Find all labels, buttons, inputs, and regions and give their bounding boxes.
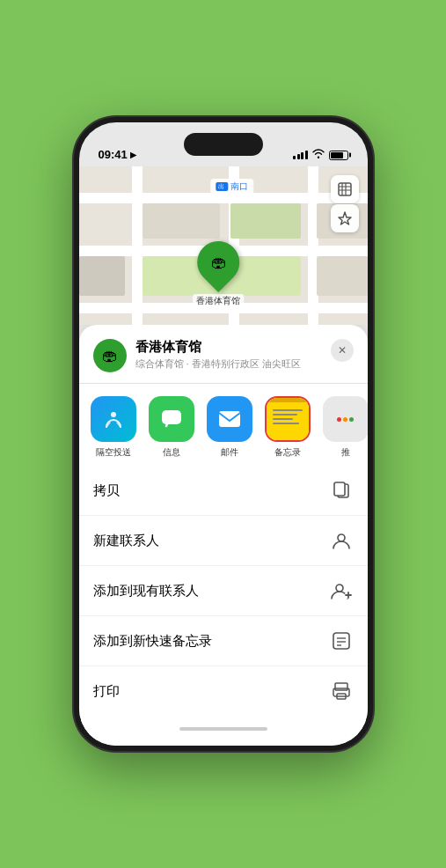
share-item-messages[interactable]: 信息: [146, 396, 197, 459]
share-item-mail[interactable]: 邮件: [204, 396, 255, 459]
svg-rect-7: [219, 411, 240, 427]
signal-bar-3: [301, 152, 303, 159]
map-label-text: 南口: [230, 180, 248, 193]
place-header: 🏟 香港体育馆 综合体育馆 · 香港特别行政区 油尖旺区 ✕: [79, 325, 368, 384]
mail-icon: [207, 396, 252, 442]
new-contact-icon: [329, 528, 354, 553]
action-add-to-contact[interactable]: 添加到现有联系人: [79, 566, 368, 616]
battery-fill: [331, 152, 343, 158]
nav-arrow-icon: ▶: [130, 151, 136, 159]
svg-point-11: [336, 585, 343, 592]
battery-icon: [329, 151, 348, 160]
add-notes-icon: [329, 629, 354, 653]
phone-screen: 09:41 ▶: [79, 122, 368, 746]
map-location-button[interactable]: [331, 204, 359, 232]
svg-rect-0: [339, 183, 351, 195]
marker-inner-icon: 🏟: [210, 254, 226, 272]
signal-bar-2: [297, 154, 300, 159]
marker-pin: 🏟: [188, 232, 248, 292]
phone-frame: 09:41 ▶: [74, 117, 373, 751]
share-item-more[interactable]: 推: [320, 396, 368, 459]
status-time: 09:41 ▶: [99, 148, 136, 161]
place-name: 香港体育馆: [135, 339, 322, 356]
close-button[interactable]: ✕: [331, 339, 354, 362]
airdrop-icon: [91, 396, 136, 442]
svg-point-5: [111, 412, 116, 417]
messages-label: 信息: [163, 446, 180, 459]
print-label: 打印: [93, 683, 120, 700]
share-item-notes[interactable]: 备忘录: [262, 396, 313, 459]
svg-rect-9: [334, 482, 345, 496]
map-label: 出 南口: [210, 179, 253, 195]
more-icon: [323, 396, 368, 442]
new-contact-label: 新建联系人: [93, 533, 159, 549]
road: [132, 166, 143, 325]
time-display: 09:41: [99, 148, 128, 161]
home-bar: [179, 727, 267, 731]
print-icon: [329, 679, 354, 703]
map-block: [317, 256, 368, 296]
home-indicator: [79, 719, 368, 739]
place-info: 香港体育馆 综合体育馆 · 香港特别行政区 油尖旺区: [135, 339, 322, 371]
close-icon: ✕: [338, 344, 347, 357]
map-area[interactable]: 出 南口: [79, 166, 368, 325]
signal-bars-icon: [293, 151, 308, 159]
dynamic-island: [184, 133, 263, 156]
map-block: [79, 256, 125, 296]
action-print[interactable]: 打印: [79, 666, 368, 716]
action-add-to-notes[interactable]: 添加到新快速备忘录: [79, 616, 368, 666]
bottom-sheet: 🏟 香港体育馆 综合体育馆 · 香港特别行政区 油尖旺区 ✕: [79, 325, 368, 746]
notes-label: 备忘录: [274, 446, 301, 459]
map-layers-button[interactable]: [331, 175, 359, 203]
notes-icon: [265, 396, 311, 442]
road: [308, 166, 318, 325]
svg-rect-15: [333, 633, 349, 649]
place-icon: 🏟: [93, 339, 127, 372]
add-contact-icon: [329, 578, 354, 603]
copy-label: 拷贝: [93, 482, 120, 499]
action-new-contact[interactable]: 新建联系人: [79, 516, 368, 566]
wifi-icon: [312, 149, 325, 161]
action-list: 拷贝 新建联系人: [79, 462, 368, 719]
location-marker: 🏟 香港体育馆: [193, 241, 244, 308]
share-row: 隔空投送 信息: [79, 384, 368, 462]
mail-label: 邮件: [221, 446, 238, 459]
marker-label: 香港体育馆: [193, 294, 244, 308]
messages-icon: [149, 396, 194, 442]
map-controls: [331, 175, 359, 232]
action-copy[interactable]: 拷贝: [79, 466, 368, 516]
airdrop-label: 隔空投送: [96, 446, 131, 459]
add-notes-label: 添加到新快速备忘录: [93, 633, 212, 650]
add-contact-label: 添加到现有联系人: [93, 583, 199, 600]
more-label: 推: [341, 446, 350, 459]
svg-rect-19: [335, 683, 347, 690]
signal-bar-4: [305, 151, 308, 159]
signal-bar-1: [293, 156, 296, 159]
map-block: [143, 203, 220, 239]
map-block: [230, 203, 301, 239]
place-subtitle: 综合体育馆 · 香港特别行政区 油尖旺区: [135, 357, 322, 371]
share-item-airdrop[interactable]: 隔空投送: [88, 396, 139, 459]
map-label-icon: 出: [216, 182, 228, 191]
status-icons: [293, 149, 348, 161]
copy-icon: [329, 478, 354, 503]
svg-point-10: [338, 534, 345, 541]
svg-rect-6: [162, 410, 181, 424]
